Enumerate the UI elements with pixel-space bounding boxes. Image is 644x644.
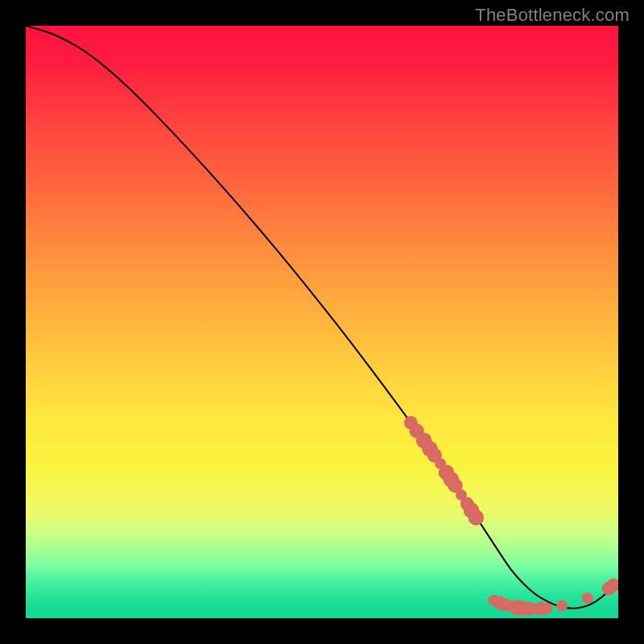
data-marker <box>582 592 593 604</box>
data-marker <box>542 602 553 613</box>
data-markers <box>404 416 618 616</box>
watermark-label: TheBottleneck.com <box>475 5 630 26</box>
bottleneck-curve-path <box>26 26 618 609</box>
data-marker <box>469 510 485 526</box>
bottleneck-curve-svg <box>26 26 618 618</box>
data-marker <box>556 601 568 612</box>
chart-frame: TheBottleneck.com <box>0 0 644 644</box>
